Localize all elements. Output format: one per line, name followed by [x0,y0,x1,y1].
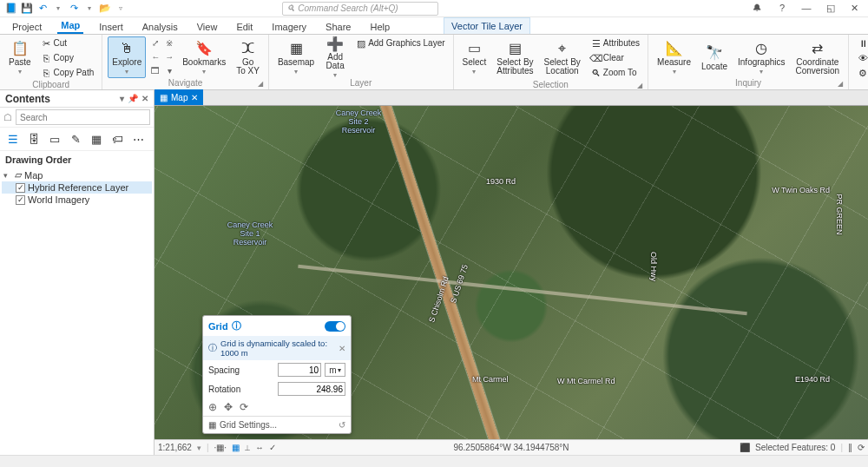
more-labeling-button[interactable]: ⚙More▾ [854,66,868,80]
grid-icon[interactable]: ▦ [232,443,240,452]
zoom-tool-icon[interactable]: 🗖 [149,64,161,76]
inquiry-launcher-icon[interactable]: ◢ [838,80,843,88]
undo-dropdown-icon[interactable]: ▾ [52,3,64,15]
tab-view[interactable]: View [194,20,221,34]
list-by-drawing-order-icon[interactable]: ☰ [5,131,21,147]
tree-node-world-imagery[interactable]: ✓World Imagery [2,194,152,206]
list-by-source-icon[interactable]: 🗄 [26,131,42,147]
grid-spacing-row: Spacing m▾ [203,360,351,379]
layer-checkbox[interactable]: ✓ [16,195,25,205]
filter-icon[interactable]: ☖ [3,112,12,123]
undo-icon[interactable]: ↶ [36,3,49,15]
rotation-input[interactable] [278,382,345,396]
command-search[interactable]: 🔍︎ Command Search (Alt+Q) [282,2,438,16]
measure-button[interactable]: 📐Measure▾ [654,36,694,78]
basemap-button[interactable]: ▦Basemap▾ [274,36,318,78]
zoom-to-selection-button[interactable]: 🔍︎Zoom To [588,66,642,80]
tab-edit[interactable]: Edit [233,20,256,34]
correction-icon[interactable]: ↔ [255,443,264,452]
save-icon[interactable]: 💾 [21,3,33,15]
selection-launcher-icon[interactable]: ◢ [637,82,642,89]
copy-button[interactable]: ⎘Copy [38,51,97,65]
select-button[interactable]: ▭Select▾ [459,36,490,78]
tab-share[interactable]: Share [322,20,354,34]
tree-node-map[interactable]: ▾▱Map [2,168,152,181]
tab-map[interactable]: Map [57,18,83,34]
select-by-attributes-button[interactable]: ▤Select By Attributes [493,36,536,78]
list-by-labeling-icon[interactable]: 🏷 [109,131,125,147]
tab-imagery[interactable]: Imagery [268,20,310,34]
inference-icon[interactable]: ✓ [269,443,276,452]
tab-insert[interactable]: Insert [95,20,127,34]
add-data-button[interactable]: ➕Add Data▾ [321,36,349,78]
grid-info-close-icon[interactable]: ✕ [339,344,345,353]
grid-toggle[interactable] [325,321,345,332]
explore-button[interactable]: 🖱 Explore ▾ [108,36,146,78]
map-tab-close-icon[interactable]: ✕ [191,93,198,102]
contents-menu-icon[interactable]: ▾ [120,94,124,103]
grid-settings-link[interactable]: Grid Settings... [220,420,277,430]
tab-vector-tile-layer[interactable]: Vector Tile Layer [444,17,530,34]
map-view-tab-map[interactable]: ▦ Map ✕ [155,89,203,105]
select-by-location-button[interactable]: ⌖Select By Location [541,36,584,78]
full-extent-icon[interactable]: ⤢ [149,36,161,49]
bookmarks-button[interactable]: 🔖Bookmarks▾ [179,36,229,78]
grid-move-origin-icon[interactable]: ⊕ [208,401,217,413]
cut-button[interactable]: ✂Cut [38,36,97,50]
tree-node-hybrid-reference[interactable]: ✓Hybrid Reference Layer [2,181,152,194]
map-canvas[interactable]: 1930 Rd W Twin Oaks Rd Mt Carmel W Mt Ca… [155,106,868,439]
navigate-launcher-icon[interactable]: ◢ [258,80,263,88]
pause-drawing-icon[interactable]: ‖ [848,443,852,452]
paste-button[interactable]: 📋 Paste ▾ [5,36,35,78]
redo-dropdown-icon[interactable]: ▾ [83,3,95,15]
copy-path-button[interactable]: ⎘Copy Path [38,66,97,80]
map-label: Old Hwy [649,252,658,281]
attributes-button[interactable]: ☰Attributes [588,36,642,50]
selected-features-display[interactable]: Selected Features: 0 [755,443,835,452]
coordinates-display[interactable]: 96.2505864°W 34.1944758°N [453,443,569,452]
spacing-unit-dropdown[interactable]: m▾ [325,363,345,377]
spacing-input[interactable] [278,363,321,377]
contents-toolbar: ☰ 🗄 ▭ ✎ ▦ 🏷 ⋯ [0,128,154,151]
tab-analysis[interactable]: Analysis [139,20,181,34]
prev-extent-icon[interactable]: ← [149,50,161,62]
constraints-icon[interactable]: ⟂ [245,443,250,452]
open-icon[interactable]: 📂 [99,3,111,15]
tab-project[interactable]: Project [9,20,45,34]
refresh-icon[interactable]: ⟳ [858,443,865,452]
go-to-xy-button[interactable]: ⵋGo To XY [233,36,263,78]
tab-help[interactable]: Help [366,20,393,34]
contents-autohide-icon[interactable]: 📌 [128,94,138,103]
qat-customize-icon[interactable]: ▿ [115,3,127,15]
infographics-button[interactable]: ◷Infographics▾ [734,36,788,78]
nav-dropdown-icon[interactable]: ▾ [163,64,175,76]
locate-button[interactable]: 🔭Locate [698,36,731,78]
caret-icon[interactable]: ▾ [3,171,12,180]
snapping-icon[interactable]: ·▦· [214,443,227,452]
contents-more-icon[interactable]: ⋯ [130,131,146,147]
list-by-editing-icon[interactable]: ✎ [68,131,83,147]
pause-labeling-button[interactable]: ⏸Pause [854,36,868,50]
grid-set-origin-icon[interactable]: ✥ [224,401,233,413]
grid-reset-icon[interactable]: ↺ [339,420,345,430]
grid-help-icon[interactable]: ⓘ [232,319,241,332]
view-unplaced-button[interactable]: 👁View Unplaced [854,51,868,65]
next-extent-icon[interactable]: → [163,50,175,62]
help-icon[interactable]: ? [774,3,790,14]
fixed-zoom-in-icon[interactable]: ※ [163,36,175,49]
contents-search-input[interactable] [16,109,150,125]
close-icon[interactable]: ✕ [847,3,863,14]
notifications-icon[interactable]: 🔔︎ [750,3,766,14]
minimize-icon[interactable]: — [799,3,814,14]
contents-close-icon[interactable]: ✕ [141,94,148,103]
scale-display[interactable]: 1:21,662 [158,443,192,452]
redo-icon[interactable]: ↷ [68,3,80,15]
add-graphics-layer-button[interactable]: ▨Add Graphics Layer [352,36,447,50]
list-by-snapping-icon[interactable]: ▦ [89,131,104,147]
restore-icon[interactable]: ◱ [823,3,838,14]
list-by-selection-icon[interactable]: ▭ [47,131,62,147]
coordinate-conversion-button[interactable]: ⇄Coordinate Conversion [792,36,844,78]
clear-selection-button[interactable]: ⌫Clear [588,51,642,65]
layer-checkbox[interactable]: ✓ [16,183,25,193]
grid-rotate-icon[interactable]: ⟳ [240,401,248,413]
